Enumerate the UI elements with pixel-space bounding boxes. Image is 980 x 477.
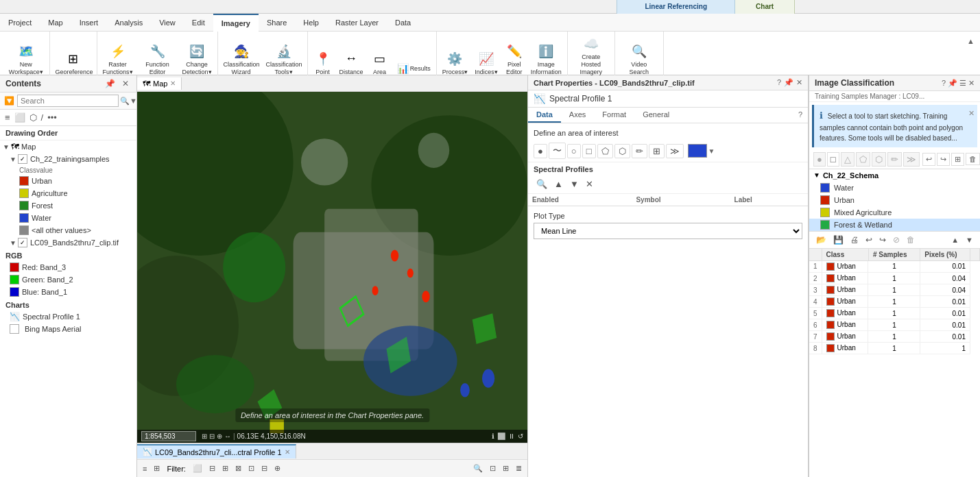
refresh-icon[interactable]: ↺ [518,432,523,440]
table-print-btn[interactable]: 🖨 [848,234,861,246]
rectangle-tool[interactable]: □ [582,144,596,158]
image-information-button[interactable]: ℹ️ ImageInformation [528,40,564,77]
raster-check[interactable]: ✓ [18,238,27,247]
tab-help[interactable]: Help [295,14,327,32]
raster-expand-icon[interactable]: ▼ [10,239,18,247]
filter-button[interactable]: ⬡ [29,112,38,123]
imgclass-close[interactable]: ✕ [968,79,975,88]
chart-tab-data[interactable]: Data [528,108,561,123]
tree-item-trainingsamples[interactable]: ▼ ✓ Ch_22_trainingsamples [0,153,136,165]
ribbon-collapse-button[interactable]: ▲ [964,34,977,48]
chart-close-icon[interactable]: ✕ [796,78,802,87]
tab-project[interactable]: Project [0,14,40,32]
spectral-profile-item[interactable]: 📉 Spectral Profile 1 [0,310,136,323]
spectral-list-btn[interactable]: ≡ [140,463,150,474]
polygon-tool[interactable]: ⬡ [614,144,630,158]
process-button[interactable]: ⚙️ Process▾ [440,48,471,77]
training-expand-icon[interactable]: ▼ [10,156,18,163]
tab-analysis[interactable]: Analysis [106,14,151,32]
filter-6[interactable]: ⊟ [259,463,270,474]
table-row[interactable]: 5 Urban 1 0.01 [809,308,980,319]
color-dropdown[interactable]: ▼ [708,147,715,155]
results-button[interactable]: 📊 Results [394,60,433,77]
classification-wizard-button[interactable]: 🧙 ClassificationWizard [221,40,262,77]
class-col-header[interactable]: Class [822,249,868,261]
tab-raster-layer[interactable]: Raster Layer [327,14,387,32]
schema-header[interactable]: ▼ Ch_22_Schema [809,169,980,182]
samples-col-header[interactable]: # Samples [868,249,920,261]
table-row[interactable]: 6 Urban 1 0.01 [809,319,980,331]
delete-btn[interactable]: ✕ [583,178,596,191]
contents-search-input[interactable] [17,95,119,107]
linear-referencing-tab[interactable]: Linear Referencing [617,0,735,14]
filter-5[interactable]: ⊡ [246,463,257,474]
zoom-in-btn[interactable]: 🔍 [470,463,486,474]
circle-tool[interactable]: ○ [567,144,581,158]
pixel-editor-button[interactable]: ✏️ PixelEditor [502,40,527,77]
point-tool[interactable]: ● [534,144,547,158]
spectral-tab[interactable]: 📉 LC09_Bands2thru7_cli...ctral Profile 1… [137,444,296,458]
table-row[interactable]: 4 Urban 1 0.01 [809,296,980,308]
chart-tab-axes[interactable]: Axes [561,108,594,123]
tab-map[interactable]: Map [40,14,71,32]
distance-button[interactable]: ↔ Distance [337,48,366,77]
zoom-icon[interactable]: ⊕ [217,432,222,440]
pan-tools[interactable]: ↔ [224,432,231,440]
table-row[interactable]: 8 Urban 1 1 [809,343,980,354]
filter-2[interactable]: ⊟ [206,463,218,474]
line-button[interactable]: / [40,112,45,123]
map-tab-close[interactable]: ✕ [170,80,176,87]
select-tool[interactable]: ⊞ [649,144,665,158]
tree-item-forest[interactable]: Forest [0,199,136,212]
full-extent-btn[interactable]: ⊞ [500,463,512,474]
training-check[interactable]: ✓ [18,154,27,164]
spectral-grid-btn[interactable]: ⊞ [151,463,163,474]
table-row[interactable]: 3 Urban 1 0.04 [809,284,980,296]
create-hosted-imagery-button[interactable]: ☁️ Create HostedImagery [571,33,612,77]
tab-view[interactable]: View [151,14,184,32]
table-redo-btn[interactable]: ↪ [876,234,889,246]
video-search-button[interactable]: 🔍 VideoSearch [626,40,652,77]
table-row[interactable]: 1 Urban 1 0.01 [809,260,980,273]
info-icon-btn[interactable]: ℹ [492,432,494,440]
contents-auto-pin[interactable]: 📌 [103,78,117,89]
filter-3[interactable]: ⊞ [219,463,231,474]
point-button[interactable]: 📍 Point [311,48,335,77]
table-save-btn[interactable]: 💾 [830,234,846,246]
tree-item-raster[interactable]: ▼ ✓ LC09_Bands2thru7_clip.tif [0,236,136,249]
tree-item-bing[interactable]: Bing Maps Aerial [0,323,136,335]
chart-tab-help[interactable]: ? [793,108,808,123]
search-tool-btn[interactable]: 🔍 [534,178,550,191]
imgclass-help[interactable]: ? [942,79,946,87]
filter-4[interactable]: ⊠ [232,463,244,474]
filter-7[interactable]: ⊕ [272,463,283,474]
list-view-button[interactable]: ≡ [4,112,11,123]
schema-expand[interactable]: ▼ [813,171,820,179]
map-tab[interactable]: 🗺 Map ✕ [137,77,182,90]
color-picker[interactable] [688,144,707,158]
up-btn[interactable]: ▲ [551,178,566,191]
chart-tab[interactable]: Chart [735,0,795,14]
filter-1[interactable]: ⬜ [190,463,205,474]
scroll-down-btn[interactable]: ▼ [963,234,976,245]
sketch-undo[interactable]: ↩ [922,153,935,166]
tree-item-urban[interactable]: Urban [0,175,136,187]
bing-check[interactable] [10,324,19,334]
change-detection-button[interactable]: 🔄 ChangeDetection▾ [180,40,215,77]
chart-tab-general[interactable]: General [634,108,678,123]
area-button[interactable]: ▭ Area [368,48,392,77]
info-close-btn[interactable]: ✕ [968,108,975,119]
schema-item-forest-wetland[interactable]: Forest & Wetland [809,219,980,231]
tab-share[interactable]: Share [259,14,295,32]
table-row[interactable]: 2 Urban 1 0.04 [809,273,980,284]
chart-tab-format[interactable]: Format [594,108,634,123]
table-open-btn[interactable]: 📂 [813,234,829,246]
table-undo-btn[interactable]: ↩ [863,234,875,246]
imgclass-pin[interactable]: 📌 [948,79,957,88]
sketch-delete[interactable]: 🗑 [966,153,980,165]
schema-item-urban[interactable]: Urban [809,194,980,206]
function-editor-button[interactable]: 🔧 Function Editor [137,40,178,77]
map-expand-icon[interactable]: ▼ [3,143,11,151]
group-button[interactable]: ⬜ [14,112,26,123]
pause-icon[interactable]: ⏸ [508,432,515,440]
